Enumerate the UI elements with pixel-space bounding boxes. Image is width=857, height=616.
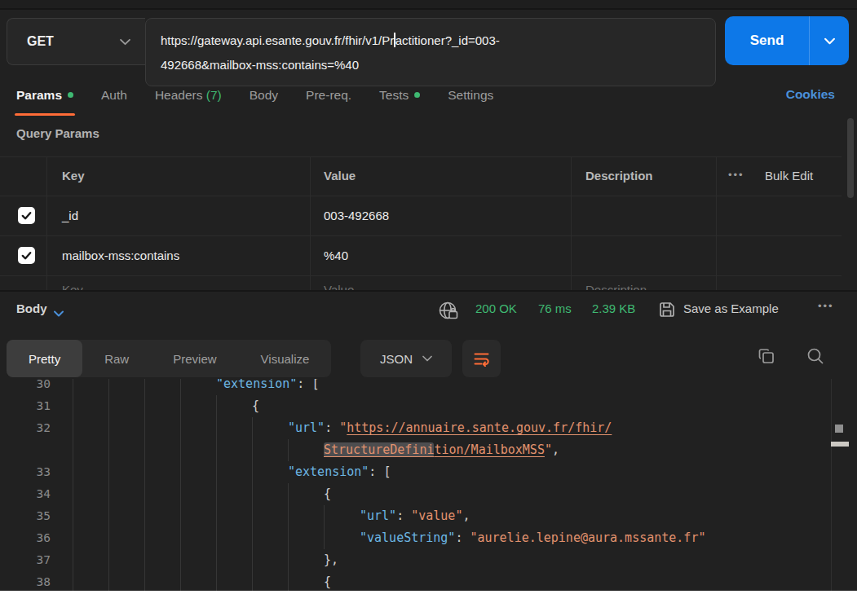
tab-body[interactable]: Body: [250, 85, 278, 116]
code-segment: ,: [552, 442, 559, 457]
code-segment: "url": [360, 508, 396, 523]
green-dot-indicator: [414, 92, 420, 98]
code-line: 37},: [0, 549, 831, 571]
indent-guide: [144, 395, 145, 417]
param-checkbox[interactable]: [18, 207, 35, 224]
send-button[interactable]: Send: [725, 16, 849, 65]
tab-settings[interactable]: Settings: [448, 85, 493, 116]
status-badge[interactable]: 200 OK: [475, 301, 517, 315]
response-time[interactable]: 76 ms: [538, 301, 572, 315]
copy-icon[interactable]: [757, 346, 776, 369]
view-tab-pretty[interactable]: Pretty: [7, 340, 82, 377]
json-link[interactable]: StructureDefini: [324, 442, 434, 457]
code-segment: {: [324, 486, 331, 501]
code-text: "valueString": "aurelie.lepine@aura.mssa…: [360, 527, 705, 549]
indent-guide: [144, 549, 145, 571]
code-segment: :: [325, 420, 339, 435]
chevron-down-icon: [422, 355, 432, 362]
params-scrollbar-thumb[interactable]: [847, 118, 854, 198]
response-more-actions-icon[interactable]: •••: [818, 300, 834, 312]
indent-guide: [108, 379, 109, 395]
code-text: {: [324, 571, 331, 591]
code-line: 34{: [0, 483, 831, 505]
json-link[interactable]: https://annuaire.sante.gouv.fr/fhir/: [347, 420, 612, 435]
chevron-down-icon[interactable]: [54, 306, 64, 320]
code-text: "url": "value",: [360, 505, 470, 527]
indent-guide: [108, 527, 109, 549]
network-info-icon[interactable]: [437, 299, 460, 325]
response-body-dropdown[interactable]: Body: [16, 301, 47, 315]
tab-label: Body: [250, 88, 278, 102]
indent-guide: [73, 439, 73, 461]
save-as-example-button[interactable]: Save as Example: [683, 301, 779, 315]
tab-auth[interactable]: Auth: [101, 85, 127, 116]
indent-guide: [144, 505, 145, 527]
code-segment: "extension": [216, 379, 297, 391]
tab-params[interactable]: Params: [16, 85, 73, 116]
code-text: {: [252, 395, 259, 417]
indent-guide: [108, 417, 109, 439]
tab-tests[interactable]: Tests: [379, 85, 420, 116]
line-number: 37: [0, 549, 51, 571]
indent-guide: [216, 483, 217, 505]
bulk-edit-button[interactable]: Bulk Edit: [765, 156, 813, 196]
code-text: "extension": [: [288, 461, 391, 483]
query-params-table: Key Value Description ••• Bulk Edit _id0…: [0, 156, 842, 290]
param-key-cell[interactable]: mailbox-mss:contains: [62, 235, 179, 275]
params-more-actions-icon[interactable]: •••: [728, 156, 744, 196]
method-select[interactable]: GET: [7, 18, 145, 65]
indent-guide: [216, 461, 217, 483]
column-header-description: Description: [585, 156, 653, 196]
indent-guide: [216, 549, 217, 571]
save-icon[interactable]: [657, 300, 677, 323]
param-checkbox[interactable]: [18, 247, 35, 264]
indent-guide: [180, 379, 181, 395]
indent-guide: [288, 527, 289, 549]
code-text: {: [324, 483, 331, 505]
line-number: 31: [0, 395, 51, 417]
param-placeholder-cell[interactable]: Description: [585, 275, 647, 290]
code-segment: "extension": [288, 464, 369, 479]
postman-window: GET https://gateway.api.esante.gouv.fr/f…: [0, 0, 857, 616]
tab-label: Settings: [448, 88, 493, 102]
code-line: 32"url": "https://annuaire.sante.gouv.fr…: [0, 417, 831, 439]
code-segment: : [: [369, 464, 391, 479]
indent-guide: [73, 571, 73, 591]
param-key-cell[interactable]: _id: [62, 196, 78, 235]
param-placeholder-cell[interactable]: Value: [324, 275, 354, 290]
cookies-link[interactable]: Cookies: [786, 87, 835, 102]
search-icon[interactable]: [806, 346, 825, 369]
line-number: 34: [0, 483, 51, 505]
line-number: 30: [0, 379, 51, 395]
indent-guide: [73, 549, 73, 571]
code-scrollbar-thumb[interactable]: [835, 425, 843, 433]
code-segment: : [: [297, 379, 319, 391]
param-row: mailbox-mss:contains%40: [0, 235, 842, 275]
response-size[interactable]: 2.39 KB: [592, 301, 635, 315]
param-placeholder-cell[interactable]: Key: [62, 275, 83, 290]
response-body-viewer[interactable]: 30"extension": [31{32"url": "https://ann…: [0, 379, 857, 591]
tab-label: Headers: [155, 88, 203, 102]
view-tab-preview[interactable]: Preview: [151, 340, 238, 377]
code-segment: ": [545, 442, 552, 457]
json-link[interactable]: tion/MailboxMSS: [434, 442, 544, 457]
view-tab-visualize[interactable]: Visualize: [239, 340, 332, 377]
indent-guide: [252, 549, 253, 571]
indent-guide: [73, 461, 73, 483]
wrap-text-button[interactable]: [462, 340, 501, 377]
code-segment: {: [324, 574, 331, 589]
view-tab-raw[interactable]: Raw: [82, 340, 151, 377]
send-options-chevron-icon[interactable]: [809, 16, 849, 65]
code-segment: },: [324, 552, 338, 567]
url-input[interactable]: https://gateway.api.esante.gouv.fr/fhir/…: [145, 18, 716, 86]
param-value-cell[interactable]: 003-492668: [324, 196, 389, 235]
tab-prereq[interactable]: Pre-req.: [306, 85, 351, 116]
language-select[interactable]: JSON: [360, 340, 452, 377]
param-value-cell[interactable]: %40: [324, 235, 348, 275]
param-row-empty: KeyValueDescription: [0, 275, 842, 290]
indent-guide: [216, 439, 217, 461]
response-view-tabs: PrettyRawPreviewVisualize: [7, 340, 331, 377]
tab-headers[interactable]: Headers (7): [155, 85, 222, 116]
code-segment: ": [339, 420, 347, 435]
indent-guide: [216, 395, 217, 417]
